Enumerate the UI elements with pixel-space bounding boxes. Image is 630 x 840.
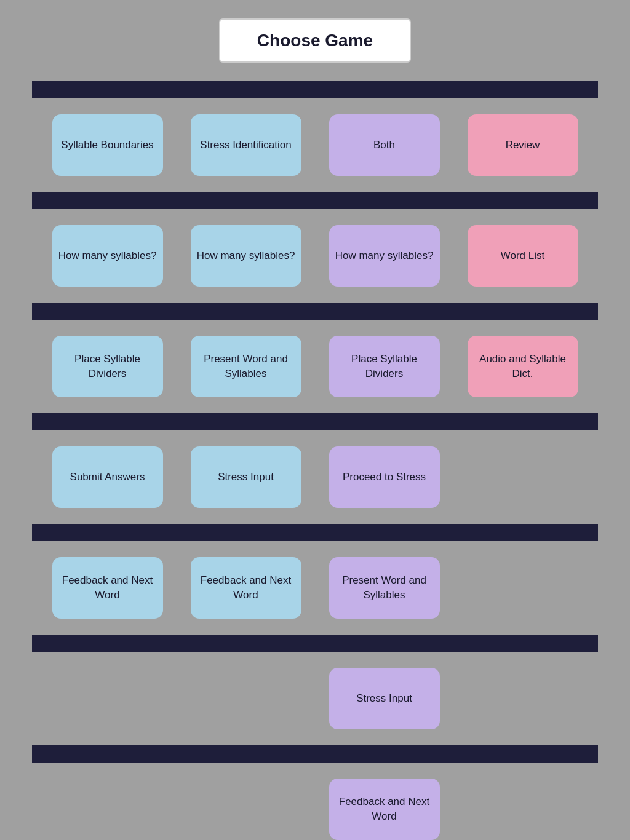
row-1: How many syllables?How many syllables?Ho… — [32, 209, 598, 303]
empty-6-0 — [52, 779, 163, 840]
card-purple-proceed-to-stress[interactable]: Proceed to Stress — [329, 446, 440, 508]
cell-0-1: Stress Identification — [177, 109, 315, 181]
row-5: Stress Input — [32, 652, 598, 745]
row-2: Place Syllable DividersPresent Word and … — [32, 320, 598, 413]
empty-5-3 — [468, 668, 578, 729]
empty-5-1 — [191, 668, 301, 729]
card-purple-place-syllable-dividers[interactable]: Place Syllable Dividers — [329, 336, 440, 397]
cell-1-2: How many syllables? — [315, 220, 453, 291]
cell-5-1 — [177, 663, 315, 734]
row-6: Feedback and Next Word — [32, 763, 598, 840]
row-3: Submit AnswersStress InputProceed to Str… — [32, 430, 598, 524]
cell-1-3: Word List — [453, 220, 592, 291]
cell-0-0: Syllable Boundaries — [38, 109, 177, 181]
card-purple-how-many-syllables[interactable]: How many syllables? — [329, 225, 440, 287]
cell-0-2: Both — [315, 109, 453, 181]
card-blue-submit-answers[interactable]: Submit Answers — [52, 446, 163, 508]
cell-2-2: Place Syllable Dividers — [315, 331, 453, 402]
card-purple-present-word-and-syllables[interactable]: Present Word and Syllables — [329, 557, 440, 619]
cell-2-1: Present Word and Syllables — [177, 331, 315, 402]
cell-6-0 — [38, 774, 177, 840]
empty-3-3 — [468, 446, 578, 508]
empty-4-3 — [468, 557, 578, 619]
row-4: Feedback and Next WordFeedback and Next … — [32, 541, 598, 635]
cell-2-0: Place Syllable Dividers — [38, 331, 177, 402]
card-blue-syllable-boundaries[interactable]: Syllable Boundaries — [52, 114, 163, 176]
cell-2-3: Audio and Syllable Dict. — [453, 331, 592, 402]
separator-5 — [32, 635, 598, 652]
cell-6-2: Feedback and Next Word — [315, 774, 453, 840]
cell-3-1: Stress Input — [177, 442, 315, 513]
separator-6 — [32, 745, 598, 763]
empty-6-1 — [191, 779, 301, 840]
card-pink-word-list[interactable]: Word List — [468, 225, 578, 287]
cell-6-1 — [177, 774, 315, 840]
page-title: Choose Game — [257, 31, 373, 50]
row-0: Syllable BoundariesStress Identification… — [32, 98, 598, 192]
cell-4-0: Feedback and Next Word — [38, 552, 177, 624]
card-blue-how-many-syllables[interactable]: How many syllables? — [191, 225, 301, 287]
card-blue-feedback-and-next-word[interactable]: Feedback and Next Word — [191, 557, 301, 619]
card-pink-audio-and-syllable-dict[interactable]: Audio and Syllable Dict. — [468, 336, 578, 397]
separator-0 — [32, 81, 598, 98]
cell-4-1: Feedback and Next Word — [177, 552, 315, 624]
separator-2 — [32, 303, 598, 320]
card-purple-stress-input[interactable]: Stress Input — [329, 668, 440, 729]
card-blue-feedback-and-next-word[interactable]: Feedback and Next Word — [52, 557, 163, 619]
card-pink-review[interactable]: Review — [468, 114, 578, 176]
card-purple-both[interactable]: Both — [329, 114, 440, 176]
empty-6-3 — [468, 779, 578, 840]
card-blue-place-syllable-dividers[interactable]: Place Syllable Dividers — [52, 336, 163, 397]
card-purple-feedback-and-next-word[interactable]: Feedback and Next Word — [329, 779, 440, 840]
cell-3-0: Submit Answers — [38, 442, 177, 513]
cell-4-3 — [453, 552, 592, 624]
cell-6-3 — [453, 774, 592, 840]
cell-1-0: How many syllables? — [38, 220, 177, 291]
cell-3-3 — [453, 442, 592, 513]
empty-5-0 — [52, 668, 163, 729]
cell-1-1: How many syllables? — [177, 220, 315, 291]
card-blue-how-many-syllables[interactable]: How many syllables? — [52, 225, 163, 287]
separator-1 — [32, 192, 598, 209]
cell-5-3 — [453, 663, 592, 734]
cell-5-2: Stress Input — [315, 663, 453, 734]
cell-4-2: Present Word and Syllables — [315, 552, 453, 624]
cell-5-0 — [38, 663, 177, 734]
cell-3-2: Proceed to Stress — [315, 442, 453, 513]
cell-0-3: Review — [453, 109, 592, 181]
card-blue-stress-input[interactable]: Stress Input — [191, 446, 301, 508]
card-blue-stress-identification[interactable]: Stress Identification — [191, 114, 301, 176]
separator-4 — [32, 524, 598, 541]
title-box: Choose Game — [219, 18, 411, 63]
card-blue-present-word-and-syllables[interactable]: Present Word and Syllables — [191, 336, 301, 397]
separator-3 — [32, 413, 598, 430]
main-container: Syllable BoundariesStress Identification… — [32, 81, 598, 840]
